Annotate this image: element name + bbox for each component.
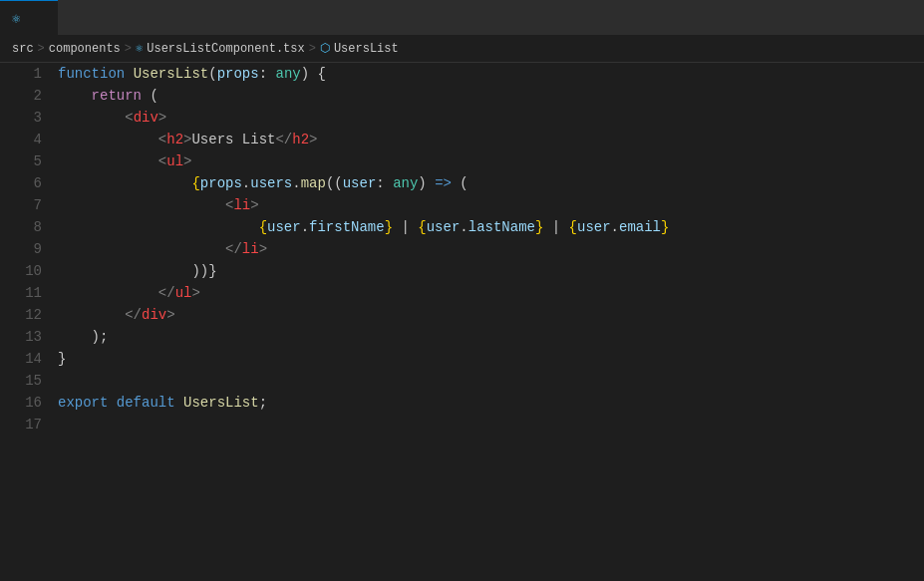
token: } — [58, 348, 66, 370]
active-tab[interactable]: ⚛ — [0, 0, 58, 35]
token: </ — [225, 238, 242, 260]
token: . — [611, 216, 619, 238]
line-number-17: 17 — [16, 414, 42, 436]
token: li — [242, 238, 259, 260]
line-number-15: 15 — [16, 370, 42, 392]
line-number-3: 3 — [16, 107, 42, 129]
token: map — [301, 172, 326, 194]
breadcrumb-src: src — [12, 42, 34, 56]
token: . — [301, 216, 309, 238]
token: user — [343, 172, 377, 194]
line-numbers-gutter: 1234567891011121314151617 — [0, 63, 50, 581]
token: > — [183, 129, 191, 150]
token: user — [267, 216, 301, 238]
tab-bar: ⚛ — [0, 0, 924, 35]
token: > — [183, 150, 191, 172]
token: } — [661, 216, 669, 238]
token: > — [166, 304, 174, 326]
token: : — [259, 63, 276, 85]
token: user — [427, 216, 461, 238]
breadcrumb-sep-3: > — [309, 42, 316, 56]
token — [58, 194, 225, 216]
line-number-13: 13 — [16, 326, 42, 348]
code-content-area[interactable]: function UsersList(props: any) { return … — [50, 63, 924, 581]
token: h2 — [166, 129, 183, 150]
token: < — [158, 129, 166, 150]
tab-close-button[interactable] — [38, 16, 46, 20]
line-number-4: 4 — [16, 129, 42, 150]
code-line-17 — [58, 414, 924, 436]
token: default — [117, 392, 183, 414]
token — [58, 326, 92, 348]
token: > — [191, 282, 199, 304]
line-number-7: 7 — [16, 194, 42, 216]
token: | — [393, 216, 418, 238]
token — [58, 282, 158, 304]
token: ) — [418, 172, 435, 194]
token: => — [435, 172, 452, 194]
line-number-9: 9 — [16, 238, 42, 260]
token: UsersList — [134, 63, 209, 85]
token: ul — [175, 282, 192, 304]
code-line-3: <div> — [58, 107, 924, 129]
line-number-10: 10 — [16, 260, 42, 282]
code-line-10: ))} — [58, 260, 924, 282]
code-line-1: function UsersList(props: any) { — [58, 63, 924, 85]
line-number-16: 16 — [16, 392, 42, 414]
token: return — [92, 85, 142, 107]
token: div — [142, 304, 166, 326]
breadcrumb-components: components — [49, 42, 121, 56]
line-number-8: 8 — [16, 216, 42, 238]
token: { — [191, 172, 199, 194]
token: { — [418, 216, 426, 238]
token: li — [233, 194, 250, 216]
code-line-6: {props.users.map((user: any) => ( — [58, 172, 924, 194]
token: </ — [125, 304, 142, 326]
token: . — [292, 172, 300, 194]
token: > — [309, 129, 317, 150]
code-line-2: return ( — [58, 85, 924, 107]
line-number-11: 11 — [16, 282, 42, 304]
token — [58, 260, 191, 282]
token: UsersList — [183, 392, 259, 414]
token — [58, 85, 92, 107]
code-line-8: {user.firstName} | {user.lastName} | {us… — [58, 216, 924, 238]
line-number-2: 2 — [16, 85, 42, 107]
token: < — [158, 150, 166, 172]
token: . — [242, 172, 250, 194]
token: h2 — [292, 129, 309, 150]
token: > — [259, 238, 267, 260]
code-line-5: <ul> — [58, 150, 924, 172]
code-line-7: <li> — [58, 194, 924, 216]
code-line-13: ); — [58, 326, 924, 348]
token: lastName — [468, 216, 535, 238]
token: email — [619, 216, 661, 238]
token: function — [58, 63, 134, 85]
code-line-14: } — [58, 348, 924, 370]
token: firstName — [309, 216, 385, 238]
token: > — [158, 107, 166, 129]
token: ; — [259, 392, 267, 414]
token: props — [217, 63, 259, 85]
token: ( — [208, 63, 216, 85]
token: : — [376, 172, 393, 194]
token: ( — [142, 85, 158, 107]
code-line-16: export default UsersList; — [58, 392, 924, 414]
line-number-5: 5 — [16, 150, 42, 172]
token: div — [134, 107, 158, 129]
token — [58, 107, 125, 129]
token — [58, 238, 225, 260]
token: } — [535, 216, 543, 238]
code-editor: 1234567891011121314151617 function Users… — [0, 63, 924, 581]
token: > — [250, 194, 258, 216]
token: ))} — [191, 260, 216, 282]
token: } — [385, 216, 393, 238]
token — [58, 304, 125, 326]
token: props — [200, 172, 242, 194]
line-number-12: 12 — [16, 304, 42, 326]
code-line-12: </div> — [58, 304, 924, 326]
breadcrumb: src > components > ⚛ UsersListComponent.… — [0, 35, 924, 63]
token: ); — [92, 326, 109, 348]
token: any — [275, 63, 300, 85]
breadcrumb-sep-2: > — [125, 42, 132, 56]
